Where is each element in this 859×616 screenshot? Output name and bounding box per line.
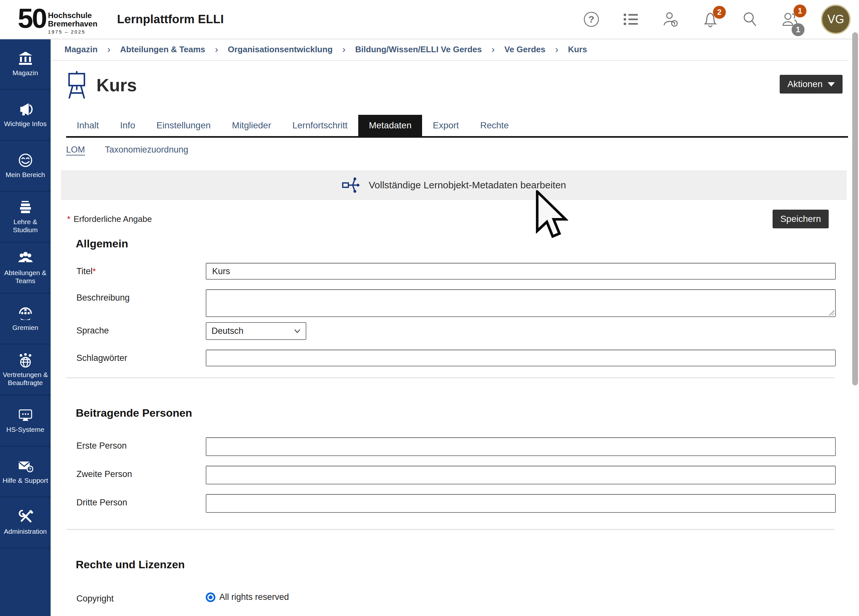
search-icon <box>742 11 758 28</box>
people-group-icon <box>18 250 33 266</box>
breadcrumb-item-organisationsentwicklung[interactable]: Organisationsentwicklung <box>228 44 333 55</box>
svg-text:!: ! <box>673 21 675 26</box>
scrollbar-thumb[interactable] <box>852 32 858 385</box>
sidebar-item-vertretungen[interactable]: Vertretungen & Beauftragte <box>0 344 51 396</box>
section-divider <box>66 529 834 530</box>
erste-person-label: Erste Person <box>77 437 206 451</box>
sidebar-item-mein-bereich[interactable]: Mein Bereich <box>0 141 51 192</box>
logo-name-line1: Hochschule <box>48 11 97 20</box>
zweite-person-input[interactable] <box>206 466 836 485</box>
contacts-badge-bottom: 1 <box>792 23 804 36</box>
help-icon: ? <box>583 11 600 28</box>
sidebar-item-wichtige-infos[interactable]: Wichtige Infos <box>0 90 51 141</box>
list-button[interactable] <box>623 11 639 28</box>
breadcrumb-separator: › <box>342 44 346 55</box>
dritte-person-input[interactable] <box>206 494 836 513</box>
tab-inhalt[interactable]: Inhalt <box>66 115 109 136</box>
copyright-label: Copyright <box>77 590 206 604</box>
tab-export[interactable]: Export <box>422 115 470 136</box>
sidebar-item-hilfe-support[interactable]: ? Hilfe & Support <box>0 446 51 497</box>
breadcrumb: Magazin › Abteilungen & Teams › Organisa… <box>51 39 848 61</box>
copyright-radio[interactable] <box>206 593 216 602</box>
monitor-icon <box>18 407 33 423</box>
tab-lernfortschritt[interactable]: Lernfortschritt <box>282 115 358 136</box>
breadcrumb-item-abteilungen[interactable]: Abteilungen & Teams <box>120 44 205 55</box>
metadata-edit-banner[interactable]: Vollständige Lernobjekt-Metadaten bearbe… <box>61 170 847 200</box>
language-select-value: Deutsch <box>211 326 244 336</box>
user-alert-icon: ! <box>662 11 679 28</box>
contacts-button[interactable]: 1 1 <box>781 11 798 28</box>
help-button[interactable]: ? <box>583 11 600 28</box>
sidebar-item-gremien[interactable]: Gremien <box>0 294 51 344</box>
notifications-button[interactable]: 2 <box>702 11 719 28</box>
tab-info[interactable]: Info <box>109 115 146 136</box>
breadcrumb-item-kurs[interactable]: Kurs <box>568 44 587 55</box>
breadcrumb-item-magazin[interactable]: Magazin <box>64 44 98 55</box>
sidebar-item-lehre-studium[interactable]: Lehre & Studium <box>0 192 51 242</box>
tools-icon <box>18 509 33 525</box>
hochschule-logo: 50 Hochschule Bremerhaven 1975 – 2025 <box>18 4 114 34</box>
dritte-person-label: Dritte Person <box>77 494 206 508</box>
subtab-taxonomiezuordnung[interactable]: Taxonomiezuordnung <box>105 145 188 156</box>
gremien-icon <box>18 305 33 321</box>
books-icon <box>18 200 33 215</box>
tab-rechte[interactable]: Rechte <box>470 115 520 136</box>
sidebar-item-abteilungen-teams[interactable]: Abteilungen & Teams <box>0 242 51 294</box>
breadcrumb-separator: › <box>108 44 111 55</box>
top-header: 50 Hochschule Bremerhaven 1975 – 2025 Le… <box>0 0 859 39</box>
sidebar-item-hs-systeme[interactable]: HS-Systeme <box>0 396 51 446</box>
titel-input[interactable] <box>206 263 836 280</box>
chevron-down-icon <box>294 329 300 333</box>
metadata-edit-label: Vollständige Lernobjekt-Metadaten bearbe… <box>369 180 566 191</box>
subtab-bar: LOM Taxonomiezuordnung <box>66 145 848 156</box>
titel-label: Titel* <box>77 263 206 277</box>
sprache-label: Sprache <box>77 322 206 336</box>
notifications-badge: 2 <box>713 6 726 19</box>
logo-name-line2: Bremerhaven <box>48 20 97 28</box>
beschreibung-textarea[interactable] <box>206 289 836 317</box>
breadcrumb-separator: › <box>555 44 558 55</box>
contacts-badge-top: 1 <box>793 5 806 17</box>
section-heading-rechte: Rechte und Lizenzen <box>76 558 848 571</box>
tab-mitglieder[interactable]: Mitglieder <box>221 115 281 136</box>
actions-button[interactable]: Aktionen <box>780 75 843 94</box>
svg-text:?: ? <box>589 14 594 25</box>
list-icon <box>623 11 639 27</box>
breadcrumb-separator: › <box>215 44 218 55</box>
avatar[interactable]: VG <box>821 5 851 34</box>
share-icon <box>342 176 360 194</box>
globe-people-icon <box>18 352 33 368</box>
page-title: Kurs <box>97 75 137 95</box>
svg-text:?: ? <box>29 467 31 472</box>
save-button[interactable]: Speichern <box>773 210 829 228</box>
sidebar: Magazin Wichtige Infos Mein Bereich Lehr… <box>0 39 51 616</box>
required-marker: * <box>67 214 70 224</box>
copyright-radio-label: All rights reserved <box>219 592 289 602</box>
user-alert-button[interactable]: ! <box>662 11 679 28</box>
megaphone-icon <box>18 102 33 117</box>
section-divider <box>66 377 834 378</box>
beschreibung-label: Beschreibung <box>77 289 206 303</box>
language-select[interactable]: Deutsch <box>206 322 306 340</box>
search-button[interactable] <box>742 11 758 28</box>
tab-einstellungen[interactable]: Einstellungen <box>146 115 221 136</box>
logo-50: 50 <box>18 4 46 32</box>
schlagwoerter-label: Schlagwörter <box>77 350 206 363</box>
breadcrumb-item-bildung-wissen[interactable]: Bildung/Wissen/ELLI Ve Gerdes <box>355 44 482 55</box>
required-note: *Erforderliche Angabe <box>67 214 152 224</box>
zweite-person-label: Zweite Person <box>77 466 206 479</box>
logo-years: 1975 – 2025 <box>48 29 97 34</box>
easel-icon <box>66 70 87 100</box>
subtab-lom[interactable]: LOM <box>66 145 85 156</box>
sidebar-item-magazin[interactable]: Magazin <box>0 39 51 90</box>
app-title: Lernplattform ELLI <box>117 13 224 26</box>
schlagwoerter-input[interactable] <box>206 350 836 366</box>
breadcrumb-item-ve-gerdes[interactable]: Ve Gerdes <box>504 44 545 55</box>
bank-icon <box>18 51 33 66</box>
main-content: Magazin › Abteilungen & Teams › Organisa… <box>51 39 848 616</box>
erste-person-input[interactable] <box>206 437 836 456</box>
caret-down-icon <box>828 82 835 86</box>
sidebar-item-administration[interactable]: Administration <box>0 497 51 548</box>
section-heading-beitragende: Beitragende Personen <box>76 407 848 419</box>
tab-metadaten[interactable]: Metadaten <box>358 115 422 136</box>
